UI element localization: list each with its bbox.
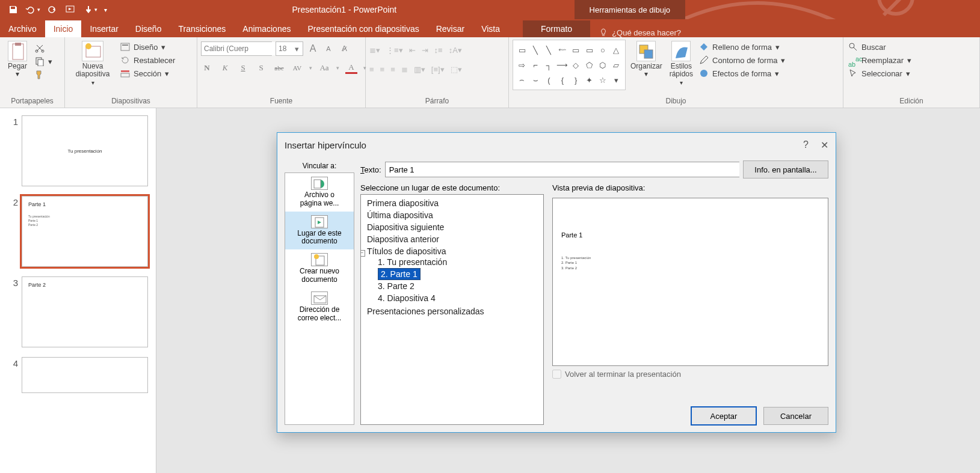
return-checkbox-row[interactable]: Volver al terminar la presentación — [552, 370, 828, 379]
touch-mouse-icon[interactable]: ▾ — [82, 1, 99, 18]
paste-button[interactable]: Pegar▾ — [4, 40, 31, 79]
tab-animations[interactable]: Animaciones — [234, 20, 299, 37]
redo-icon[interactable] — [43, 1, 60, 18]
svg-rect-2 — [13, 44, 23, 60]
replace-button[interactable]: abacReemplazar ▾ — [847, 54, 913, 66]
copy-button[interactable]: ▾ — [34, 55, 54, 67]
return-checkbox[interactable] — [552, 370, 561, 379]
shape-fill-button[interactable]: Relleno de forma ▾ — [698, 41, 786, 53]
cut-button[interactable] — [34, 42, 54, 54]
line-spacing-icon[interactable]: ↕≡ — [434, 46, 443, 55]
slide-thumbnail[interactable] — [22, 357, 148, 393]
find-button[interactable]: Buscar — [847, 41, 913, 53]
thumbnail-row[interactable]: 1 Tu presentación — [2, 113, 153, 194]
help-icon[interactable]: ? — [803, 139, 809, 151]
strike-button[interactable]: abc — [273, 62, 285, 74]
font-color-button[interactable]: A — [345, 62, 357, 74]
align-center-icon[interactable]: ≡ — [380, 65, 385, 74]
tree-item-selected[interactable]: 2. Parte 1 — [377, 268, 541, 280]
align-left-icon[interactable]: ≡ — [369, 65, 374, 74]
spacing-button[interactable]: AV — [291, 62, 303, 74]
text-direction-icon[interactable]: ↕A▾ — [449, 46, 462, 55]
slide-thumbnail[interactable]: Tu presentación — [22, 115, 148, 186]
tab-format[interactable]: Formato — [523, 20, 590, 37]
slide-thumbnail[interactable]: Parte 1 Tu presentación Parte 1 Parte 2 — [22, 196, 148, 267]
linkto-new-document[interactable]: Crear nuevodocumento — [285, 249, 354, 288]
tree-item[interactable]: 1. Tu presentación — [377, 256, 541, 268]
tab-review[interactable]: Revisar — [428, 20, 473, 37]
slide-thumbnail[interactable]: Parte 2 — [22, 276, 148, 347]
thumbnail-row[interactable]: 4 — [2, 355, 153, 400]
reset-button[interactable]: Restablecer — [119, 54, 176, 66]
font-name-combo[interactable]: ▾ — [201, 41, 272, 56]
save-icon[interactable] — [5, 1, 22, 18]
svg-point-9 — [85, 43, 91, 49]
font-size-combo[interactable]: ▾ — [276, 41, 303, 56]
underline-button[interactable]: S — [237, 62, 249, 74]
start-from-beginning-icon[interactable] — [63, 1, 79, 18]
select-button[interactable]: Seleccionar ▾ — [847, 67, 913, 79]
numbering-icon[interactable]: ⋮≡▾ — [386, 46, 403, 55]
layout-button[interactable]: Diseño ▾ — [119, 41, 176, 53]
scissors-icon — [35, 43, 45, 53]
tree-branch-titles[interactable]: Títulos de diapositiva 1. Tu presentació… — [366, 245, 542, 305]
tree-item[interactable]: 4. Diapositiva 4 — [377, 292, 541, 304]
tab-transitions[interactable]: Transiciones — [170, 20, 234, 37]
tell-me-search[interactable]: ¿Qué desea hacer? — [590, 28, 689, 37]
close-icon[interactable]: ✕ — [821, 139, 828, 151]
svg-point-16 — [700, 70, 707, 77]
shape-effects-button[interactable]: Efectos de forma ▾ — [698, 67, 786, 79]
thumbnail-row[interactable]: 3 Parte 2 — [2, 274, 153, 355]
group-label: Párrafo — [369, 96, 505, 106]
grow-font-icon[interactable]: A — [307, 43, 319, 55]
thumbnail-row[interactable]: 2 Parte 1 Tu presentación Parte 1 Parte … — [2, 194, 153, 274]
quick-styles-button[interactable]: Estilos rápidos▾ — [667, 40, 695, 87]
screentip-button[interactable]: Info. en pantalla... — [743, 160, 828, 179]
bullets-icon[interactable]: ≣▾ — [369, 46, 380, 55]
tree-item[interactable]: Presentaciones personalizadas — [366, 305, 542, 317]
arrange-icon — [636, 41, 656, 61]
tree-item[interactable]: Diapositiva anterior — [366, 233, 542, 245]
smartart-icon[interactable]: ⬚▾ — [451, 65, 462, 74]
new-slide-button[interactable]: Nueva diapositiva▾ — [69, 40, 117, 87]
svg-point-22 — [314, 254, 319, 259]
section-button[interactable]: Sección ▾ — [119, 67, 176, 79]
case-button[interactable]: Aa — [318, 62, 330, 74]
arrange-button[interactable]: Organizar▾ — [628, 40, 665, 79]
shadow-button[interactable]: S — [255, 62, 267, 74]
tree-item[interactable]: Diapositiva siguiente — [366, 221, 542, 233]
shape-gallery[interactable]: ▭╲╲⬳▭▭○△ ⇨⌐┐⟶◇⬠⬡▱ ⌢⌣({}✦☆▾ — [513, 40, 626, 90]
outdent-icon[interactable]: ⇤ — [409, 46, 416, 55]
slide-thumbnail-pane[interactable]: 1 Tu presentación 2 Parte 1 Tu presentac… — [0, 108, 156, 473]
tree-item[interactable]: 3. Parte 2 — [377, 280, 541, 292]
tree-item[interactable]: Última diapositiva — [366, 209, 542, 221]
shrink-font-icon[interactable]: A — [322, 43, 334, 55]
display-text-input[interactable] — [385, 162, 739, 177]
tab-file[interactable]: Archivo — [0, 20, 45, 37]
tab-view[interactable]: Vista — [473, 20, 508, 37]
clear-format-icon[interactable]: A̷ — [338, 43, 350, 55]
linkto-place-in-document[interactable]: Lugar de estedocumento — [285, 212, 354, 250]
linkto-file-webpage[interactable]: Archivo opágina we... — [285, 173, 354, 212]
undo-icon[interactable]: ▾ — [24, 1, 41, 18]
document-location-tree[interactable]: Primera diapositiva Última diapositiva D… — [360, 194, 544, 425]
tab-home[interactable]: Inicio — [45, 20, 82, 37]
linkto-email[interactable]: Dirección decorreo elect... — [285, 288, 354, 326]
tree-item[interactable]: Primera diapositiva — [366, 197, 542, 209]
quick-access-toolbar: ▾ ▾ ▾ — [0, 0, 114, 19]
ok-button[interactable]: Aceptar — [691, 407, 756, 425]
tab-design[interactable]: Diseño — [127, 20, 170, 37]
indent-icon[interactable]: ⇥ — [422, 46, 428, 55]
qat-customize-icon[interactable]: ▾ — [101, 1, 109, 18]
tab-slideshow[interactable]: Presentación con diapositivas — [299, 20, 427, 37]
align-text-icon[interactable]: [≡]▾ — [431, 65, 445, 74]
shape-outline-button[interactable]: Contorno de forma ▾ — [698, 54, 786, 66]
italic-button[interactable]: K — [219, 62, 231, 74]
cancel-button[interactable]: Cancelar — [763, 407, 828, 425]
justify-icon[interactable]: ≣ — [401, 65, 408, 74]
tab-insert[interactable]: Insertar — [81, 20, 126, 37]
columns-icon[interactable]: ▥▾ — [414, 65, 425, 74]
format-painter-button[interactable] — [34, 69, 54, 81]
align-right-icon[interactable]: ≡ — [390, 65, 395, 74]
bold-button[interactable]: N — [201, 62, 213, 74]
